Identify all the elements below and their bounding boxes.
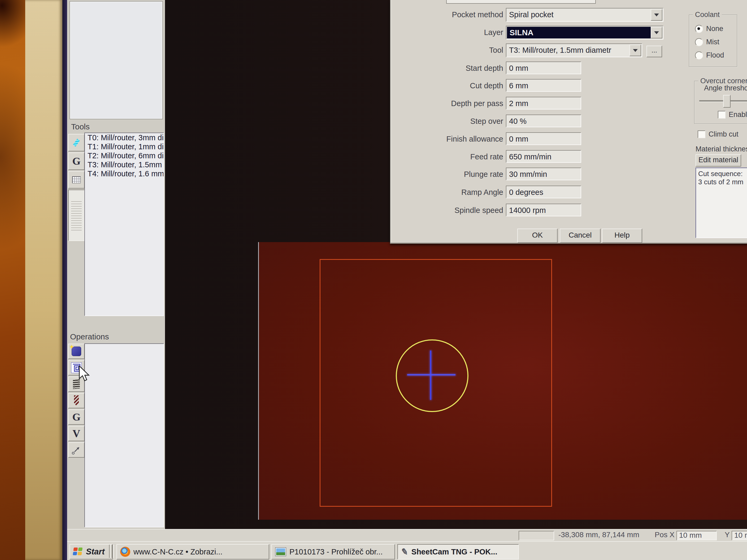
tool-table-icon[interactable] <box>68 171 85 188</box>
pos-x-label: Pos X <box>655 530 675 540</box>
taskbar-task-firefox[interactable]: www.C-N-C.cz • Zobrazi... <box>117 544 269 559</box>
field-label: Feed rate <box>390 150 507 164</box>
cut-sequence-line: Cut sequence: <box>698 170 747 178</box>
gcode-icon: G <box>72 412 80 422</box>
new-operation-icon[interactable]: ✦ <box>68 344 85 359</box>
input-value: 6 mm <box>507 81 529 90</box>
status-empty-cell <box>519 531 554 540</box>
cut-depth-input[interactable]: 6 mm <box>506 79 581 92</box>
taskbar-divider <box>112 544 114 558</box>
pos-y-value: 10 mm <box>732 531 747 539</box>
plunge-rate-input[interactable]: 30 mm/min <box>506 167 581 180</box>
firefox-icon <box>120 547 130 557</box>
monitor-bezel <box>25 0 62 560</box>
taskbar-task-sheetcam[interactable]: ✎ SheetCam TNG - POK... <box>397 544 519 559</box>
sheetcam-status-bar: -38,308 mm, 87,144 mm Pos X 10 mm Y 10 m… <box>67 529 747 542</box>
input-value: 40 % <box>507 117 526 126</box>
dropdown-arrow-icon[interactable] <box>651 9 662 21</box>
input-value: 0 degrees <box>507 188 543 196</box>
pocket-method-dropdown[interactable]: Spiral pocket <box>506 8 664 22</box>
field-label: Pocket method <box>390 8 507 22</box>
radio-icon[interactable] <box>695 25 703 33</box>
field-label: Start depth <box>390 61 507 75</box>
v-carve-icon[interactable]: V <box>68 426 85 441</box>
checkbox-label: Enabled <box>729 111 747 118</box>
mill-tool-icon <box>73 139 80 146</box>
help-button[interactable]: Help <box>602 229 642 243</box>
tool-info-lines <box>71 199 82 231</box>
input-value: 2 mm <box>507 99 529 108</box>
cut-sequence-line: 3 cuts of 2 mm <box>698 178 747 186</box>
mill-bit-icon[interactable] <box>68 393 85 408</box>
mill-bit-icon <box>74 395 79 406</box>
radio-label: None <box>706 25 723 33</box>
depth-per-pass-input[interactable]: 2 mm <box>506 97 581 109</box>
step-over-input[interactable]: 40 % <box>506 114 581 127</box>
gcode-icon[interactable]: G <box>68 409 85 425</box>
list-item[interactable]: T2: Mill/router, 6mm diame <box>85 151 163 160</box>
radio-icon[interactable] <box>695 51 703 59</box>
task-label: www.C-N-C.cz • Zobrazi... <box>133 548 223 556</box>
coolant-option-flood[interactable]: Flood <box>695 51 724 59</box>
radio-label: Flood <box>706 51 724 59</box>
field-label: Layer <box>390 26 507 39</box>
field-label: Step over <box>390 114 507 128</box>
sheetcam-icon: ✎ <box>400 546 409 557</box>
checkbox-icon[interactable] <box>698 130 705 138</box>
new-operation-icon: ✦ <box>72 347 81 356</box>
field-label: Tool <box>390 44 507 57</box>
list-item[interactable]: T0: Mill/router, 3mm diame <box>85 133 163 142</box>
edit-material-button[interactable]: Edit material <box>696 154 741 166</box>
feed-rate-input[interactable]: 650 mm/min <box>506 150 581 163</box>
checkbox-icon[interactable] <box>718 111 725 118</box>
mill-tool-icon[interactable] <box>68 134 85 152</box>
pocket-circle <box>396 339 468 412</box>
cancel-button[interactable]: Cancel <box>560 229 600 243</box>
climb-cut-checkbox[interactable]: Climb cut <box>698 130 739 138</box>
coolant-group: Coolant None Mist Flood <box>689 15 737 67</box>
radio-icon[interactable] <box>695 38 703 46</box>
ok-button[interactable]: OK <box>517 229 558 243</box>
field-label: Cut depth <box>390 79 507 93</box>
task-label: SheetCam TNG - POK... <box>411 548 497 556</box>
list-item[interactable]: T4: Mill/router, 1.6 mm dia <box>85 169 163 178</box>
taskbar-task-image-viewer[interactable]: P1010173 - Prohlížeč obr... <box>272 544 395 559</box>
pos-x-input[interactable]: 10 mm <box>676 531 717 540</box>
tool-dropdown[interactable]: T3: Mill/router, 1.5mm diametr <box>506 44 642 57</box>
start-depth-input[interactable]: 0 mm <box>506 61 581 74</box>
gcode-icon[interactable]: G <box>68 153 85 170</box>
parts-panel-empty[interactable] <box>70 1 163 119</box>
taskbar-divider <box>109 544 111 558</box>
v-carve-icon: V <box>73 428 80 439</box>
overcut-enabled-checkbox[interactable]: Enabled <box>718 111 747 118</box>
windows-logo-icon <box>73 548 83 556</box>
move-arrow-icon[interactable] <box>68 442 85 458</box>
coolant-option-none[interactable]: None <box>695 25 723 33</box>
windows-taskbar: Start www.C-N-C.cz • Zobrazi... P1010173… <box>67 541 747 560</box>
finish-allowance-input[interactable]: 0 mm <box>506 132 581 145</box>
tools-list[interactable]: T0: Mill/router, 3mm diame T1: Mill/rout… <box>84 133 164 316</box>
dropdown-arrow-icon[interactable] <box>651 27 662 38</box>
coolant-option-mist[interactable]: Mist <box>695 38 719 46</box>
tool-info-icon[interactable] <box>68 190 85 241</box>
list-item[interactable]: T3: Mill/router, 1.5mm diar <box>85 160 163 169</box>
operations-panel-title: Operations <box>70 331 160 342</box>
pos-x-value: 10 mm <box>677 531 716 539</box>
operations-list[interactable] <box>84 343 164 527</box>
start-button[interactable]: Start <box>70 544 113 559</box>
angle-threshold-slider-thumb[interactable] <box>723 95 730 108</box>
cut-sequence-box: Cut sequence: 3 cuts of 2 mm <box>696 167 747 238</box>
pocket-operation-dialog: Pocket method Spiral pocket Layer SILNA … <box>390 0 747 244</box>
image-viewer-icon <box>275 547 286 556</box>
pos-y-input[interactable]: 10 mm <box>731 531 747 540</box>
field-label: Plunge rate <box>390 167 507 181</box>
layer-dropdown[interactable]: SILNA <box>506 26 664 39</box>
start-label: Start <box>86 547 105 557</box>
spindle-speed-input[interactable]: 14000 rpm <box>506 204 581 216</box>
tool-browse-button[interactable]: ... <box>646 46 662 57</box>
dropdown-arrow-icon[interactable] <box>629 45 641 56</box>
list-item[interactable]: T1: Mill/router, 1mm diame <box>85 142 163 151</box>
input-value: 14000 rpm <box>507 206 546 214</box>
crosshair-horizontal <box>407 374 456 375</box>
ramp-angle-input[interactable]: 0 degrees <box>506 186 581 198</box>
